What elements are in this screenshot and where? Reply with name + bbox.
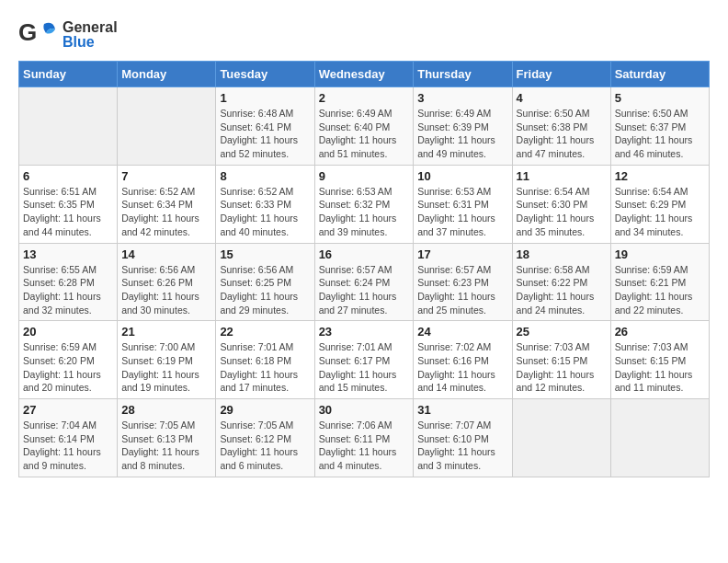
day-number: 21 (121, 325, 211, 339)
day-info: Sunrise: 6:49 AM Sunset: 6:40 PM Dayligh… (319, 107, 410, 161)
calendar-cell (610, 399, 709, 477)
day-info: Sunrise: 7:00 AM Sunset: 6:19 PM Dayligh… (121, 340, 211, 395)
day-info: Sunrise: 6:54 AM Sunset: 6:30 PM Dayligh… (517, 185, 607, 239)
day-number: 16 (319, 247, 410, 261)
day-number: 3 (417, 91, 507, 105)
day-number: 17 (417, 247, 507, 261)
logo-blue-text: Blue (63, 34, 118, 51)
day-number: 2 (319, 91, 410, 105)
day-info: Sunrise: 7:07 AM Sunset: 6:10 PM Dayligh… (417, 419, 507, 473)
calendar-header: SundayMondayTuesdayWednesdayThursdayFrid… (19, 62, 710, 87)
calendar-week-5: 27Sunrise: 7:04 AM Sunset: 6:14 PM Dayli… (19, 399, 710, 477)
calendar-cell: 26Sunrise: 7:03 AM Sunset: 6:15 PM Dayli… (610, 321, 709, 399)
weekday-header-wednesday: Wednesday (314, 62, 414, 87)
day-info: Sunrise: 6:58 AM Sunset: 6:22 PM Dayligh… (517, 263, 607, 317)
calendar-week-3: 13Sunrise: 6:55 AM Sunset: 6:28 PM Dayli… (19, 243, 710, 321)
weekday-header-monday: Monday (118, 62, 216, 87)
calendar-cell: 27Sunrise: 7:04 AM Sunset: 6:14 PM Dayli… (19, 399, 118, 477)
weekday-header-saturday: Saturday (610, 62, 709, 87)
day-info: Sunrise: 7:05 AM Sunset: 6:13 PM Dayligh… (121, 419, 211, 473)
day-info: Sunrise: 7:03 AM Sunset: 6:15 PM Dayligh… (517, 340, 607, 395)
day-info: Sunrise: 6:56 AM Sunset: 6:25 PM Dayligh… (220, 263, 310, 317)
calendar-cell: 11Sunrise: 6:54 AM Sunset: 6:30 PM Dayli… (512, 165, 610, 243)
day-info: Sunrise: 6:54 AM Sunset: 6:29 PM Dayligh… (615, 185, 705, 239)
day-info: Sunrise: 7:06 AM Sunset: 6:11 PM Dayligh… (319, 419, 410, 473)
calendar-cell: 25Sunrise: 7:03 AM Sunset: 6:15 PM Dayli… (512, 321, 610, 399)
day-number: 19 (615, 247, 705, 261)
day-info: Sunrise: 7:01 AM Sunset: 6:18 PM Dayligh… (220, 340, 310, 395)
calendar-cell: 30Sunrise: 7:06 AM Sunset: 6:11 PM Dayli… (314, 399, 414, 477)
calendar-cell: 2Sunrise: 6:49 AM Sunset: 6:40 PM Daylig… (314, 87, 414, 166)
day-number: 14 (121, 247, 211, 261)
calendar-cell: 9Sunrise: 6:53 AM Sunset: 6:32 PM Daylig… (314, 165, 414, 243)
day-info: Sunrise: 6:57 AM Sunset: 6:23 PM Dayligh… (417, 263, 507, 317)
day-info: Sunrise: 6:50 AM Sunset: 6:38 PM Dayligh… (517, 107, 607, 161)
day-info: Sunrise: 6:48 AM Sunset: 6:41 PM Dayligh… (220, 107, 310, 161)
page-header: G General Blue (18, 18, 710, 52)
calendar-week-4: 20Sunrise: 6:59 AM Sunset: 6:20 PM Dayli… (19, 321, 710, 399)
day-info: Sunrise: 6:53 AM Sunset: 6:32 PM Dayligh… (319, 185, 410, 239)
day-info: Sunrise: 6:50 AM Sunset: 6:37 PM Dayligh… (615, 107, 705, 161)
day-info: Sunrise: 6:56 AM Sunset: 6:26 PM Dayligh… (121, 263, 211, 317)
weekday-header-friday: Friday (512, 62, 610, 87)
calendar-cell (118, 87, 216, 166)
day-info: Sunrise: 6:52 AM Sunset: 6:34 PM Dayligh… (121, 185, 211, 239)
calendar-cell: 20Sunrise: 6:59 AM Sunset: 6:20 PM Dayli… (19, 321, 118, 399)
day-number: 28 (121, 403, 211, 417)
calendar-cell: 23Sunrise: 7:01 AM Sunset: 6:17 PM Dayli… (314, 321, 414, 399)
day-info: Sunrise: 6:55 AM Sunset: 6:28 PM Dayligh… (23, 263, 113, 317)
day-number: 22 (220, 325, 310, 339)
weekday-header-tuesday: Tuesday (216, 62, 314, 87)
day-number: 20 (23, 325, 113, 339)
day-info: Sunrise: 7:02 AM Sunset: 6:16 PM Dayligh… (417, 340, 507, 395)
weekday-header-row: SundayMondayTuesdayWednesdayThursdayFrid… (19, 62, 710, 87)
calendar-cell: 29Sunrise: 7:05 AM Sunset: 6:12 PM Dayli… (216, 399, 314, 477)
day-info: Sunrise: 6:51 AM Sunset: 6:35 PM Dayligh… (23, 185, 113, 239)
calendar-cell: 16Sunrise: 6:57 AM Sunset: 6:24 PM Dayli… (314, 243, 414, 321)
calendar-cell: 24Sunrise: 7:02 AM Sunset: 6:16 PM Dayli… (414, 321, 512, 399)
weekday-header-sunday: Sunday (19, 62, 118, 87)
calendar-cell: 21Sunrise: 7:00 AM Sunset: 6:19 PM Dayli… (118, 321, 216, 399)
calendar-cell: 22Sunrise: 7:01 AM Sunset: 6:18 PM Dayli… (216, 321, 314, 399)
day-number: 26 (615, 325, 705, 339)
calendar-cell: 4Sunrise: 6:50 AM Sunset: 6:38 PM Daylig… (512, 87, 610, 166)
day-info: Sunrise: 6:59 AM Sunset: 6:20 PM Dayligh… (23, 340, 113, 395)
day-number: 29 (220, 403, 310, 417)
calendar-cell (19, 87, 118, 166)
calendar-cell: 15Sunrise: 6:56 AM Sunset: 6:25 PM Dayli… (216, 243, 314, 321)
day-info: Sunrise: 7:05 AM Sunset: 6:12 PM Dayligh… (220, 419, 310, 473)
weekday-header-thursday: Thursday (414, 62, 512, 87)
day-number: 30 (319, 403, 410, 417)
day-number: 13 (23, 247, 113, 261)
calendar-cell: 31Sunrise: 7:07 AM Sunset: 6:10 PM Dayli… (414, 399, 512, 477)
day-info: Sunrise: 7:04 AM Sunset: 6:14 PM Dayligh… (23, 419, 113, 473)
day-info: Sunrise: 6:57 AM Sunset: 6:24 PM Dayligh… (319, 263, 410, 317)
calendar-cell: 13Sunrise: 6:55 AM Sunset: 6:28 PM Dayli… (19, 243, 118, 321)
calendar-cell: 17Sunrise: 6:57 AM Sunset: 6:23 PM Dayli… (414, 243, 512, 321)
calendar-cell: 3Sunrise: 6:49 AM Sunset: 6:39 PM Daylig… (414, 87, 512, 166)
calendar-cell: 18Sunrise: 6:58 AM Sunset: 6:22 PM Dayli… (512, 243, 610, 321)
day-info: Sunrise: 6:53 AM Sunset: 6:31 PM Dayligh… (417, 185, 507, 239)
day-number: 10 (417, 169, 507, 183)
day-number: 7 (121, 169, 211, 183)
calendar-cell: 12Sunrise: 6:54 AM Sunset: 6:29 PM Dayli… (610, 165, 709, 243)
day-info: Sunrise: 6:59 AM Sunset: 6:21 PM Dayligh… (615, 263, 705, 317)
logo: G General Blue (18, 18, 118, 52)
day-number: 9 (319, 169, 410, 183)
calendar-cell: 28Sunrise: 7:05 AM Sunset: 6:13 PM Dayli… (118, 399, 216, 477)
day-info: Sunrise: 6:52 AM Sunset: 6:33 PM Dayligh… (220, 185, 310, 239)
day-number: 5 (615, 91, 705, 105)
day-number: 15 (220, 247, 310, 261)
calendar-week-1: 1Sunrise: 6:48 AM Sunset: 6:41 PM Daylig… (19, 87, 710, 166)
day-number: 4 (517, 91, 607, 105)
calendar-cell: 7Sunrise: 6:52 AM Sunset: 6:34 PM Daylig… (118, 165, 216, 243)
calendar-week-2: 6Sunrise: 6:51 AM Sunset: 6:35 PM Daylig… (19, 165, 710, 243)
day-number: 25 (517, 325, 607, 339)
day-info: Sunrise: 7:03 AM Sunset: 6:15 PM Dayligh… (615, 340, 705, 395)
calendar-cell (512, 399, 610, 477)
day-number: 27 (23, 403, 113, 417)
day-info: Sunrise: 7:01 AM Sunset: 6:17 PM Dayligh… (319, 340, 410, 395)
calendar-cell: 8Sunrise: 6:52 AM Sunset: 6:33 PM Daylig… (216, 165, 314, 243)
calendar-cell: 19Sunrise: 6:59 AM Sunset: 6:21 PM Dayli… (610, 243, 709, 321)
day-number: 24 (417, 325, 507, 339)
